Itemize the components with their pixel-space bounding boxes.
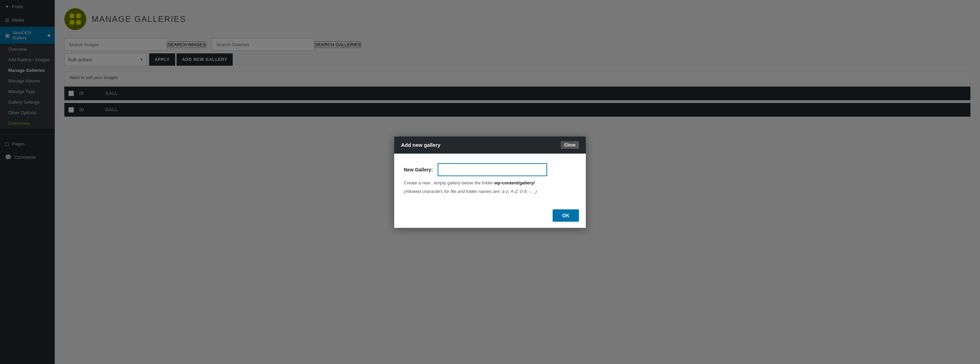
modal-header: Add new gallery Close [394,137,586,154]
new-gallery-input[interactable] [438,163,547,176]
new-gallery-label: New Gallery: [404,167,433,172]
modal-title: Add new gallery [401,142,441,148]
add-new-gallery-modal: Add new gallery Close New Gallery: Creat… [394,137,586,228]
modal-help-path: wp-content/gallery/ [494,180,535,185]
modal-body: New Gallery: Create a new , empty galler… [394,154,586,205]
modal-help-chars: (Allowed characters for file and folder … [404,188,576,195]
modal-footer: OK [394,205,586,228]
modal-overlay: Add new gallery Close New Gallery: Creat… [55,0,980,364]
modal-close-button[interactable]: Close [561,141,579,149]
new-gallery-field: New Gallery: [404,163,576,176]
main-content-area: Manage Galleries SEARCH IMAGES SEARCH GA… [55,0,980,364]
ok-button[interactable]: OK [553,209,579,222]
modal-help-text: Create a new , empty gallery below the f… [404,180,576,186]
